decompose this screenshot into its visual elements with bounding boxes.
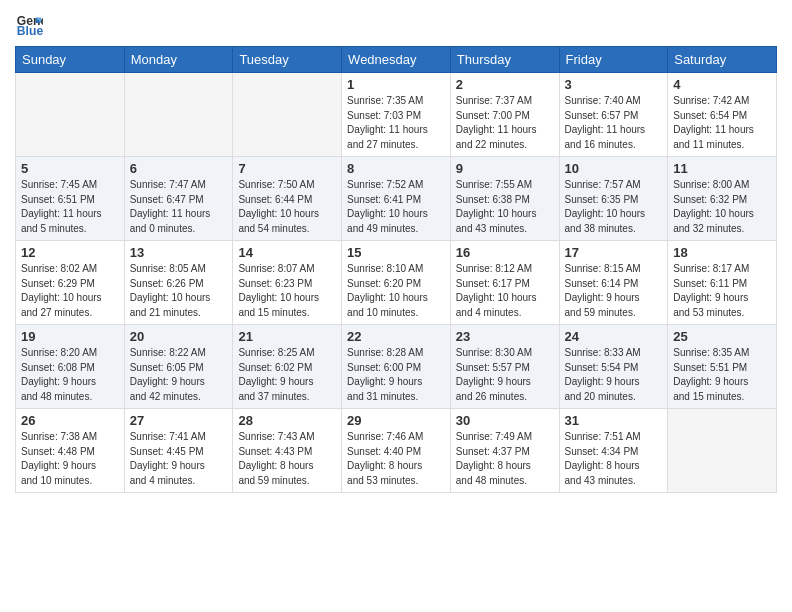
day-number: 5 [21,161,119,176]
day-number: 18 [673,245,771,260]
week-row-3: 12Sunrise: 8:02 AMSunset: 6:29 PMDayligh… [16,241,777,325]
page-header: General Blue [15,10,777,38]
calendar-cell: 26Sunrise: 7:38 AMSunset: 4:48 PMDayligh… [16,409,125,493]
day-number: 22 [347,329,445,344]
day-number: 23 [456,329,554,344]
day-info: Sunrise: 8:30 AMSunset: 5:57 PMDaylight:… [456,346,554,404]
calendar-cell: 8Sunrise: 7:52 AMSunset: 6:41 PMDaylight… [342,157,451,241]
calendar-cell: 2Sunrise: 7:37 AMSunset: 7:00 PMDaylight… [450,73,559,157]
day-number: 4 [673,77,771,92]
day-info: Sunrise: 7:50 AMSunset: 6:44 PMDaylight:… [238,178,336,236]
day-info: Sunrise: 8:15 AMSunset: 6:14 PMDaylight:… [565,262,663,320]
day-info: Sunrise: 8:22 AMSunset: 6:05 PMDaylight:… [130,346,228,404]
day-info: Sunrise: 7:49 AMSunset: 4:37 PMDaylight:… [456,430,554,488]
day-number: 16 [456,245,554,260]
day-number: 25 [673,329,771,344]
weekday-sunday: Sunday [16,47,125,73]
calendar-cell: 25Sunrise: 8:35 AMSunset: 5:51 PMDayligh… [668,325,777,409]
calendar-cell: 28Sunrise: 7:43 AMSunset: 4:43 PMDayligh… [233,409,342,493]
week-row-5: 26Sunrise: 7:38 AMSunset: 4:48 PMDayligh… [16,409,777,493]
day-number: 20 [130,329,228,344]
day-info: Sunrise: 7:38 AMSunset: 4:48 PMDaylight:… [21,430,119,488]
calendar-cell: 9Sunrise: 7:55 AMSunset: 6:38 PMDaylight… [450,157,559,241]
day-number: 6 [130,161,228,176]
logo-icon: General Blue [15,10,43,38]
day-info: Sunrise: 7:55 AMSunset: 6:38 PMDaylight:… [456,178,554,236]
day-info: Sunrise: 8:05 AMSunset: 6:26 PMDaylight:… [130,262,228,320]
day-number: 30 [456,413,554,428]
calendar-cell: 13Sunrise: 8:05 AMSunset: 6:26 PMDayligh… [124,241,233,325]
week-row-2: 5Sunrise: 7:45 AMSunset: 6:51 PMDaylight… [16,157,777,241]
calendar-cell [233,73,342,157]
calendar-cell: 15Sunrise: 8:10 AMSunset: 6:20 PMDayligh… [342,241,451,325]
day-number: 28 [238,413,336,428]
day-info: Sunrise: 7:41 AMSunset: 4:45 PMDaylight:… [130,430,228,488]
day-number: 8 [347,161,445,176]
week-row-1: 1Sunrise: 7:35 AMSunset: 7:03 PMDaylight… [16,73,777,157]
calendar-cell: 18Sunrise: 8:17 AMSunset: 6:11 PMDayligh… [668,241,777,325]
day-info: Sunrise: 8:28 AMSunset: 6:00 PMDaylight:… [347,346,445,404]
calendar-cell: 19Sunrise: 8:20 AMSunset: 6:08 PMDayligh… [16,325,125,409]
day-info: Sunrise: 8:10 AMSunset: 6:20 PMDaylight:… [347,262,445,320]
day-number: 15 [347,245,445,260]
calendar-cell: 5Sunrise: 7:45 AMSunset: 6:51 PMDaylight… [16,157,125,241]
weekday-monday: Monday [124,47,233,73]
day-info: Sunrise: 7:57 AMSunset: 6:35 PMDaylight:… [565,178,663,236]
calendar-cell: 24Sunrise: 8:33 AMSunset: 5:54 PMDayligh… [559,325,668,409]
weekday-saturday: Saturday [668,47,777,73]
weekday-friday: Friday [559,47,668,73]
day-number: 27 [130,413,228,428]
calendar-cell: 12Sunrise: 8:02 AMSunset: 6:29 PMDayligh… [16,241,125,325]
day-number: 19 [21,329,119,344]
day-info: Sunrise: 7:37 AMSunset: 7:00 PMDaylight:… [456,94,554,152]
day-info: Sunrise: 7:40 AMSunset: 6:57 PMDaylight:… [565,94,663,152]
calendar-cell: 11Sunrise: 8:00 AMSunset: 6:32 PMDayligh… [668,157,777,241]
day-number: 31 [565,413,663,428]
calendar-cell: 21Sunrise: 8:25 AMSunset: 6:02 PMDayligh… [233,325,342,409]
calendar-cell: 29Sunrise: 7:46 AMSunset: 4:40 PMDayligh… [342,409,451,493]
day-info: Sunrise: 7:43 AMSunset: 4:43 PMDaylight:… [238,430,336,488]
day-info: Sunrise: 7:51 AMSunset: 4:34 PMDaylight:… [565,430,663,488]
calendar-cell: 22Sunrise: 8:28 AMSunset: 6:00 PMDayligh… [342,325,451,409]
calendar-cell: 1Sunrise: 7:35 AMSunset: 7:03 PMDaylight… [342,73,451,157]
svg-text:Blue: Blue [17,24,43,38]
weekday-wednesday: Wednesday [342,47,451,73]
day-info: Sunrise: 8:17 AMSunset: 6:11 PMDaylight:… [673,262,771,320]
day-number: 11 [673,161,771,176]
calendar-cell [668,409,777,493]
calendar-cell: 14Sunrise: 8:07 AMSunset: 6:23 PMDayligh… [233,241,342,325]
calendar-cell: 17Sunrise: 8:15 AMSunset: 6:14 PMDayligh… [559,241,668,325]
day-info: Sunrise: 7:47 AMSunset: 6:47 PMDaylight:… [130,178,228,236]
day-info: Sunrise: 8:20 AMSunset: 6:08 PMDaylight:… [21,346,119,404]
day-info: Sunrise: 7:52 AMSunset: 6:41 PMDaylight:… [347,178,445,236]
logo: General Blue [15,10,47,38]
calendar-cell: 6Sunrise: 7:47 AMSunset: 6:47 PMDaylight… [124,157,233,241]
calendar-cell: 4Sunrise: 7:42 AMSunset: 6:54 PMDaylight… [668,73,777,157]
calendar-cell: 31Sunrise: 7:51 AMSunset: 4:34 PMDayligh… [559,409,668,493]
calendar-cell: 30Sunrise: 7:49 AMSunset: 4:37 PMDayligh… [450,409,559,493]
weekday-thursday: Thursday [450,47,559,73]
calendar-cell: 20Sunrise: 8:22 AMSunset: 6:05 PMDayligh… [124,325,233,409]
day-number: 26 [21,413,119,428]
day-info: Sunrise: 7:45 AMSunset: 6:51 PMDaylight:… [21,178,119,236]
calendar-cell: 16Sunrise: 8:12 AMSunset: 6:17 PMDayligh… [450,241,559,325]
day-info: Sunrise: 8:35 AMSunset: 5:51 PMDaylight:… [673,346,771,404]
calendar-cell: 3Sunrise: 7:40 AMSunset: 6:57 PMDaylight… [559,73,668,157]
calendar: SundayMondayTuesdayWednesdayThursdayFrid… [15,46,777,493]
calendar-cell [16,73,125,157]
day-info: Sunrise: 8:00 AMSunset: 6:32 PMDaylight:… [673,178,771,236]
day-number: 29 [347,413,445,428]
day-info: Sunrise: 8:07 AMSunset: 6:23 PMDaylight:… [238,262,336,320]
day-info: Sunrise: 7:35 AMSunset: 7:03 PMDaylight:… [347,94,445,152]
calendar-cell: 7Sunrise: 7:50 AMSunset: 6:44 PMDaylight… [233,157,342,241]
day-number: 13 [130,245,228,260]
day-info: Sunrise: 7:46 AMSunset: 4:40 PMDaylight:… [347,430,445,488]
day-info: Sunrise: 8:25 AMSunset: 6:02 PMDaylight:… [238,346,336,404]
day-number: 9 [456,161,554,176]
day-number: 14 [238,245,336,260]
weekday-tuesday: Tuesday [233,47,342,73]
weekday-header-row: SundayMondayTuesdayWednesdayThursdayFrid… [16,47,777,73]
calendar-cell: 10Sunrise: 7:57 AMSunset: 6:35 PMDayligh… [559,157,668,241]
day-info: Sunrise: 8:12 AMSunset: 6:17 PMDaylight:… [456,262,554,320]
day-info: Sunrise: 8:33 AMSunset: 5:54 PMDaylight:… [565,346,663,404]
